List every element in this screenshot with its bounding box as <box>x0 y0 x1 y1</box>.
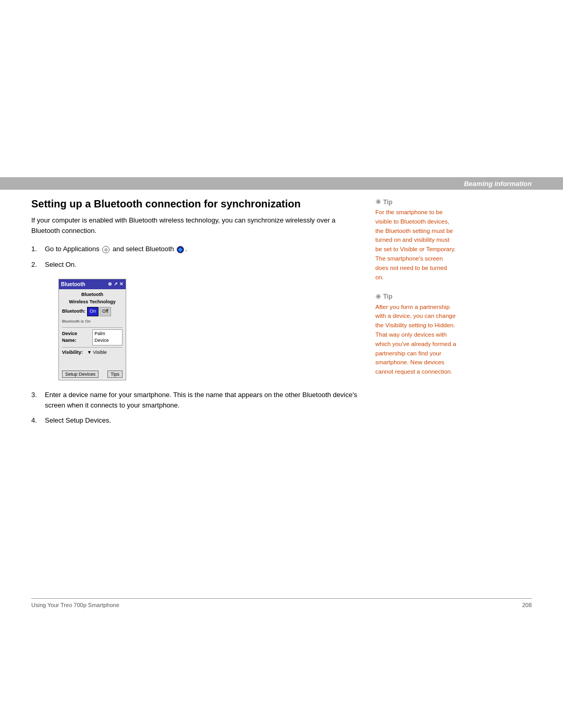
bt-panel-container: Bluetooth ⊕ ↗ ✕ BluetoothWireless Techno… <box>31 275 360 385</box>
step-4: 4. Select Setup Devices. <box>31 415 360 426</box>
step-2-text: Select On. <box>45 260 360 270</box>
tip-1-header-text: Tip <box>383 199 393 206</box>
bluetooth-panel: Bluetooth ⊕ ↗ ✕ BluetoothWireless Techno… <box>58 279 126 380</box>
step-4-number: 4. <box>31 415 45 426</box>
tip-1-header: ✳ Tip <box>375 198 456 206</box>
bt-panel-icons: ⊕ ↗ ✕ <box>108 281 124 288</box>
bt-panel-body: BluetoothWireless Technology Bluetooth: … <box>59 289 126 380</box>
step-3-text: Enter a device name for your smartphone.… <box>45 390 360 410</box>
tip-2-header: ✳ Tip <box>375 293 456 301</box>
bt-visibility-row: Visibility: ▼ Visible <box>62 349 123 356</box>
step-4-text: Select Setup Devices. <box>45 415 360 426</box>
bt-icon-2: ↗ <box>114 281 118 288</box>
step-2-number: 2. <box>31 260 45 270</box>
bt-visibility-label: Visibility: <box>62 349 87 356</box>
bt-devicename-label: Device Name: <box>62 330 92 344</box>
footer-page-number: 208 <box>522 602 532 608</box>
tip-1-block: ✳ Tip For the smartphone to be visible t… <box>375 198 456 282</box>
header-bar-title: Beaming information <box>464 180 532 188</box>
bt-bluetooth-row: Bluetooth: On Off <box>62 307 123 316</box>
step-3: 3. Enter a device name for your smartpho… <box>31 390 360 410</box>
tip-2-star: ✳ <box>375 293 381 301</box>
step-2: 2. Select On. <box>31 260 360 270</box>
bt-devicename-row: Device Name: Palm Device <box>62 329 123 346</box>
bt-panel-titlebar: Bluetooth ⊕ ↗ ✕ <box>59 279 126 289</box>
section-intro: If your computer is enabled with Bluetoo… <box>31 215 360 236</box>
tip-2-block: ✳ Tip After you form a partnership with … <box>375 293 456 377</box>
bt-devicename-input[interactable]: Palm Device <box>92 329 123 346</box>
main-content: Setting up a Bluetooth connection for sy… <box>31 198 360 431</box>
bt-setup-button[interactable]: Setup Devices <box>62 371 99 378</box>
section-title: Setting up a Bluetooth connection for sy… <box>31 198 360 210</box>
applications-icon: ⊙ <box>102 246 109 253</box>
bt-bluetooth-label: Bluetooth: <box>62 308 87 315</box>
step-1: 1. Go to Applications ⊙ and select Bluet… <box>31 244 360 254</box>
step-3-number: 3. <box>31 390 45 400</box>
tip-2-header-text: Tip <box>383 293 393 300</box>
tip-1-star: ✳ <box>375 198 381 206</box>
bt-off-button[interactable]: Off <box>100 307 111 316</box>
bluetooth-icon: 🔷 <box>177 246 184 253</box>
bt-visibility-value: ▼ Visible <box>87 349 107 356</box>
step-1-text: Go to Applications ⊙ and select Bluetoot… <box>45 244 360 254</box>
tip-1-text: For the smartphone to be visible to Blue… <box>375 208 456 282</box>
bt-on-button[interactable]: On <box>87 307 99 316</box>
header-bar: Beaming information <box>0 177 563 190</box>
bt-status-row: Bluetooth is On <box>62 317 123 326</box>
bt-icon-1: ⊕ <box>108 281 112 288</box>
tip-sidebar: ✳ Tip For the smartphone to be visible t… <box>375 198 456 387</box>
bt-status-text: Bluetooth is On <box>62 317 91 326</box>
footer: Using Your Treo 700p Smartphone 208 <box>31 598 532 608</box>
bt-tips-button[interactable]: Tips <box>107 371 123 378</box>
tip-2-text: After you form a partnership with a devi… <box>375 303 456 377</box>
bt-icon-3: ✕ <box>119 281 124 288</box>
bt-separator-2 <box>62 347 123 348</box>
bt-panel-title: Bluetooth <box>61 280 85 288</box>
bt-separator-1 <box>62 327 123 328</box>
footer-left-text: Using Your Treo 700p Smartphone <box>31 602 119 608</box>
step-1-number: 1. <box>31 244 45 254</box>
steps-list: 1. Go to Applications ⊙ and select Bluet… <box>31 244 360 426</box>
page: Beaming information Setting up a Bluetoo… <box>0 0 563 728</box>
bt-section-header: BluetoothWireless Technology <box>62 291 123 305</box>
bt-panel-buttons: Setup Devices Tips <box>62 371 123 378</box>
bt-spacer <box>62 357 123 368</box>
